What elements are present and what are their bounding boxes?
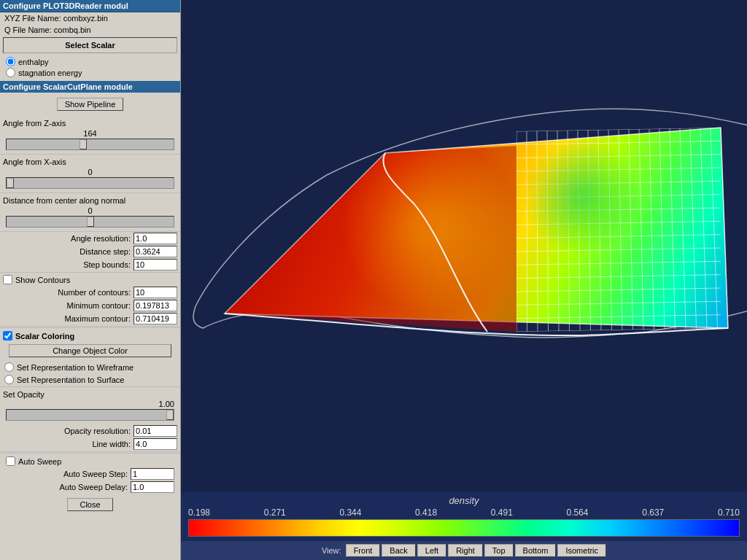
opacity-resolution-input[interactable]: [133, 425, 177, 437]
opacity-resolution-label: Opacity resolution:: [3, 427, 131, 435]
auto-sweep-step-label: Auto Sweep Step:: [6, 470, 128, 478]
colorbar-section: density 0.1980.2710.3440.4180.4910.5640.…: [181, 492, 747, 541]
auto-sweep-section: Auto Sweep Auto Sweep Step: Auto Sweep D…: [0, 453, 180, 495]
scalar-coloring-label: Scalar Coloring: [15, 332, 74, 341]
distance-step-row: Distance step:: [0, 245, 180, 258]
scalar-coloring-section: Scalar Coloring Change Object Color: [0, 327, 180, 361]
change-color-button[interactable]: Change Object Color: [9, 344, 171, 357]
step-bounds-row: Step bounds:: [0, 258, 180, 271]
left-panel: Configure PLOT3DReader modul XYZ File Na…: [0, 0, 181, 560]
auto-sweep-delay-label: Auto Sweep Delay:: [6, 483, 128, 491]
stagnation-radio-item[interactable]: stagnation energy: [6, 67, 174, 78]
wireframe-row: Set Representation to Wireframe: [0, 361, 180, 373]
xyz-file-label: XYZ File Name: combxyz.bin: [0, 12, 180, 24]
right-panel: density 0.1980.2710.3440.4180.4910.5640.…: [181, 0, 747, 560]
angle-x-slider[interactable]: [6, 177, 174, 189]
enthalpy-radio[interactable]: [6, 57, 15, 66]
line-width-label: Line width:: [3, 440, 131, 448]
opacity-resolution-row: Opacity resolution:: [0, 424, 180, 438]
num-contours-label: Number of contours:: [3, 288, 131, 297]
view-left-button[interactable]: Left: [417, 544, 446, 557]
auto-sweep-row: Auto Sweep: [3, 455, 177, 467]
view-bottom-button[interactable]: Bottom: [515, 544, 557, 557]
wireframe-label: Set Representation to Wireframe: [17, 363, 133, 372]
opacity-value: 1.00: [3, 400, 177, 408]
view-top-button[interactable]: Top: [484, 544, 514, 557]
scalar-coloring-header: Scalar Coloring: [0, 330, 180, 342]
surface-row: Set Representation to Surface: [0, 373, 180, 386]
colorbar-value: 0.564: [567, 508, 589, 518]
scalar-coloring-checkbox[interactable]: [3, 331, 12, 341]
distance-step-label: Distance step:: [3, 247, 131, 256]
distance-label: Distance from center along normal: [3, 195, 177, 206]
show-contours-checkbox[interactable]: [3, 275, 12, 284]
angle-x-slider-container: [3, 177, 177, 190]
stagnation-radio[interactable]: [6, 68, 15, 77]
line-width-input[interactable]: [133, 438, 177, 450]
line-width-row: Line width:: [0, 438, 180, 451]
enthalpy-label: enthalpy: [18, 58, 49, 66]
scalar-radio-group: enthalpy stagnation energy: [0, 55, 180, 79]
max-contour-row: Maximum contour:: [0, 312, 180, 325]
surface-radio[interactable]: [4, 375, 14, 384]
auto-sweep-label: Auto Sweep: [18, 457, 61, 466]
distance-section: Distance from center along normal 0: [0, 193, 180, 232]
colorbar-value: 0.344: [339, 508, 361, 518]
min-contour-input[interactable]: [133, 300, 177, 311]
colorbar-gradient: [188, 519, 740, 537]
show-pipeline-button[interactable]: Show Pipeline: [57, 98, 124, 111]
distance-value: 0: [3, 206, 177, 215]
angle-x-section: Angle from X-axis 0: [0, 155, 180, 193]
opacity-title: Set Opacity: [3, 389, 177, 400]
select-scalar-title: Select Scalar: [3, 37, 177, 53]
colorbar-value: 0.198: [188, 508, 210, 518]
colorbar-value: 0.637: [642, 508, 664, 518]
max-contour-label: Maximum contour:: [3, 314, 131, 323]
colorbar-values: 0.1980.2710.3440.4180.4910.5640.6370.710: [188, 508, 740, 518]
angle-resolution-input[interactable]: [133, 233, 177, 244]
angle-x-label: Angle from X-axis: [3, 156, 177, 168]
q-file-label: Q File Name: combq.bin: [0, 24, 180, 36]
colorbar-value: 0.271: [264, 508, 286, 518]
view-back-button[interactable]: Back: [382, 544, 415, 557]
opacity-slider[interactable]: [6, 409, 174, 421]
angle-z-label: Angle from Z-axis: [3, 117, 177, 129]
viz-canvas: [181, 0, 747, 492]
enthalpy-radio-item[interactable]: enthalpy: [6, 56, 174, 67]
max-contour-input[interactable]: [133, 313, 177, 324]
window-title: Configure PLOT3DReader modul: [0, 0, 180, 12]
min-contour-row: Minimum contour:: [0, 299, 180, 312]
angle-resolution-row: Angle resolution:: [0, 232, 180, 245]
step-bounds-label: Step bounds:: [3, 260, 131, 269]
auto-sweep-delay-input[interactable]: [131, 481, 174, 493]
view-front-button[interactable]: Front: [346, 544, 381, 557]
distance-step-input[interactable]: [133, 246, 177, 257]
angle-x-value: 0: [3, 168, 177, 176]
module-title: Configure ScalarCutPlane module: [0, 81, 180, 93]
opacity-slider-container: [3, 409, 177, 422]
viz-area: [181, 0, 747, 492]
colorbar-title: density: [188, 495, 740, 506]
step-bounds-input[interactable]: [133, 259, 177, 271]
colorbar-value: 0.491: [491, 508, 513, 518]
auto-sweep-step-input[interactable]: [131, 468, 174, 480]
stagnation-label: stagnation energy: [18, 69, 82, 77]
auto-sweep-checkbox[interactable]: [6, 456, 15, 466]
angle-resolution-label: Angle resolution:: [3, 234, 131, 243]
close-button[interactable]: Close: [67, 498, 112, 511]
angle-z-slider[interactable]: [6, 139, 174, 150]
show-contours-row: Show Contours: [0, 273, 180, 286]
view-label: View:: [322, 546, 341, 555]
colorbar-value: 0.710: [718, 508, 740, 518]
num-contours-input[interactable]: [133, 287, 177, 298]
num-contours-row: Number of contours:: [0, 286, 180, 299]
show-contours-label: Show Contours: [15, 276, 70, 284]
colorbar-value: 0.418: [415, 508, 437, 518]
auto-sweep-delay-row: Auto Sweep Delay:: [3, 481, 177, 494]
view-isometric-button[interactable]: Isometric: [557, 544, 606, 557]
surface-label: Set Representation to Surface: [17, 376, 124, 384]
distance-slider[interactable]: [6, 216, 174, 228]
min-contour-label: Minimum contour:: [3, 301, 131, 310]
wireframe-radio[interactable]: [4, 362, 14, 372]
view-right-button[interactable]: Right: [448, 544, 483, 557]
